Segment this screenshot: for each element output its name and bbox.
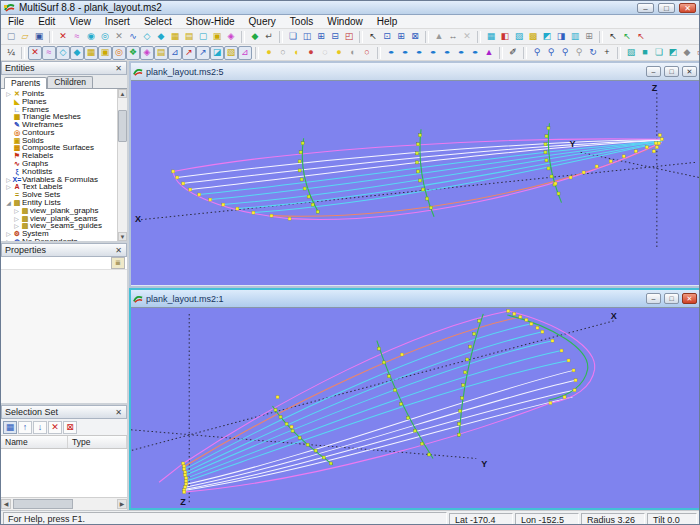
- scroll-down-icon[interactable]: ▼: [118, 232, 127, 241]
- viewport5-canvas[interactable]: X Y Z: [131, 80, 699, 285]
- selection-set-header[interactable]: Selection Set ✕: [1, 405, 127, 419]
- move-down-icon[interactable]: ↓: [33, 421, 47, 434]
- viewport1-close-button[interactable]: ✕: [682, 293, 697, 304]
- toggle-composite-icon[interactable]: ❖: [126, 46, 140, 60]
- selection-hscrollbar[interactable]: ◀ ▶: [1, 497, 127, 510]
- tree-item[interactable]: ◣ Planes: [1, 98, 117, 106]
- hscroll-thumb[interactable]: [13, 499, 73, 509]
- open-folder-icon[interactable]: ▱: [18, 30, 32, 44]
- dense-mesh-icon[interactable]: ▩: [526, 30, 540, 44]
- new-file-icon[interactable]: ▢: [4, 30, 18, 44]
- select-mesh-icon[interactable]: ⊞: [394, 30, 408, 44]
- view-front-icon[interactable]: ●: [440, 46, 454, 60]
- snake-icon[interactable]: ∿: [126, 30, 140, 44]
- expand-arrow-icon[interactable]: ▷: [5, 183, 12, 191]
- menu-item[interactable]: Select: [137, 16, 179, 27]
- minimize-button[interactable]: –: [637, 3, 654, 13]
- bulb-off2-icon[interactable]: ○: [360, 46, 374, 60]
- menu-item[interactable]: File: [1, 16, 31, 27]
- solid-icon[interactable]: ▣: [210, 30, 224, 44]
- toggle-shade-icon[interactable]: ◪: [210, 46, 224, 60]
- zoom-window-icon[interactable]: ⚲: [558, 46, 572, 60]
- pointer-s-icon[interactable]: ↖: [634, 30, 648, 44]
- view-left-icon[interactable]: ●: [412, 46, 426, 60]
- pan-icon[interactable]: +: [600, 46, 614, 60]
- zoom-extents-icon[interactable]: ⚲: [572, 46, 586, 60]
- tree-item[interactable]: ◎ Contours: [1, 129, 117, 137]
- clear-icon[interactable]: ✕: [460, 30, 474, 44]
- bulb-half2-icon[interactable]: ◐: [346, 46, 360, 60]
- tree-item[interactable]: ▷ ◍ No Dependents: [1, 238, 117, 241]
- selection-list[interactable]: [1, 449, 127, 497]
- point-icon[interactable]: ✕: [56, 30, 70, 44]
- move-up-icon[interactable]: ↑: [18, 421, 32, 434]
- properties-header[interactable]: Properties ✕: [1, 243, 127, 257]
- toggle-surfaces-icon[interactable]: ◇: [56, 46, 70, 60]
- scroll-up-icon[interactable]: ▲: [118, 89, 127, 98]
- bulb-dim-icon[interactable]: ◌: [318, 46, 332, 60]
- curve-icon[interactable]: ≈: [70, 30, 84, 44]
- toggle-box-icon[interactable]: ▣: [98, 46, 112, 60]
- pointer-icon[interactable]: ↖: [606, 30, 620, 44]
- pointer-c-icon[interactable]: ↖: [620, 30, 634, 44]
- tree-item[interactable]: ∿ Graphs: [1, 160, 117, 168]
- entity-icon[interactable]: ◆: [248, 30, 262, 44]
- toggle-tangents-icon[interactable]: ↗: [196, 46, 210, 60]
- view-back-icon[interactable]: ●: [454, 46, 468, 60]
- bulb-on-icon[interactable]: ●: [262, 46, 276, 60]
- bulb-red-icon[interactable]: ●: [304, 46, 318, 60]
- rotate-view-icon[interactable]: ↻: [586, 46, 600, 60]
- menu-item[interactable]: Show-Hide: [179, 16, 242, 27]
- close-views-icon[interactable]: ◰: [342, 30, 356, 44]
- viewport1-restore-button[interactable]: □: [664, 293, 679, 304]
- pan-arrows-icon[interactable]: ↔: [446, 30, 460, 44]
- remove-icon[interactable]: ✕: [48, 421, 62, 434]
- relabel-icon[interactable]: ▤: [182, 30, 196, 44]
- menu-item[interactable]: Window: [320, 16, 370, 27]
- expand-arrow-icon[interactable]: ▷: [13, 207, 20, 215]
- menu-item[interactable]: Edit: [31, 16, 62, 27]
- viewport5-close-button[interactable]: ✕: [682, 66, 697, 77]
- bulb-off-icon[interactable]: ○: [276, 46, 290, 60]
- toggle-labels-icon[interactable]: ⊿: [238, 46, 252, 60]
- restore-button[interactable]: □: [658, 3, 675, 13]
- grid-window-icon[interactable]: ⊞: [314, 30, 328, 44]
- view-cone-icon[interactable]: ▲: [482, 46, 496, 60]
- bulb-on2-icon[interactable]: ●: [332, 46, 346, 60]
- column-name[interactable]: Name: [1, 436, 68, 448]
- lines-icon[interactable]: ▥: [568, 30, 582, 44]
- column-type[interactable]: Type: [68, 436, 127, 448]
- insert-icon[interactable]: ↵: [262, 30, 276, 44]
- expand-arrow-icon[interactable]: ▷: [5, 230, 12, 238]
- title-bar[interactable]: MultiSurf 8.8 - plank_layout.ms2 – □ ✕: [1, 1, 699, 15]
- viewport1-canvas[interactable]: X Y Z: [131, 307, 699, 508]
- list-view-icon[interactable]: ▦: [3, 421, 17, 434]
- tab-children[interactable]: Children: [47, 76, 93, 88]
- toggle-hatch-icon[interactable]: ▧: [224, 46, 238, 60]
- view-top-icon[interactable]: ●: [384, 46, 398, 60]
- scroll-left-icon[interactable]: ◀: [1, 499, 11, 509]
- circle-icon[interactable]: ◉: [84, 30, 98, 44]
- menu-item[interactable]: Query: [242, 16, 283, 27]
- select-grid-icon[interactable]: ⊡: [380, 30, 394, 44]
- tree-scrollbar[interactable]: ▲ ▼: [117, 89, 127, 241]
- half-render-icon[interactable]: ◩: [666, 46, 680, 60]
- compass-icon[interactable]: ✐: [506, 46, 520, 60]
- toggle-curves-icon[interactable]: ≈: [42, 46, 56, 60]
- expand-arrow-icon[interactable]: ▷: [5, 90, 12, 98]
- surface-icon[interactable]: ◇: [140, 30, 154, 44]
- view-bottom-icon[interactable]: ●: [398, 46, 412, 60]
- viewport5-titlebar[interactable]: plank_layout.ms2:5 – □ ✕: [131, 63, 699, 80]
- hatch-icon[interactable]: ▨: [512, 30, 526, 44]
- mesh-view-icon[interactable]: ▦: [484, 30, 498, 44]
- viewport1-minimize-button[interactable]: –: [646, 293, 661, 304]
- expand-arrow-icon[interactable]: ▷: [13, 215, 20, 223]
- save-icon[interactable]: ▣: [32, 30, 46, 44]
- viewport5-restore-button[interactable]: □: [664, 66, 679, 77]
- mesh-icon[interactable]: ▦: [168, 30, 182, 44]
- scroll-right-icon[interactable]: ▶: [117, 499, 127, 509]
- close-button[interactable]: ✕: [679, 3, 696, 13]
- zoom-in-icon[interactable]: ⚲: [530, 46, 544, 60]
- magnet-point-icon[interactable]: ✕: [112, 30, 126, 44]
- right-shade-icon[interactable]: ◨: [554, 30, 568, 44]
